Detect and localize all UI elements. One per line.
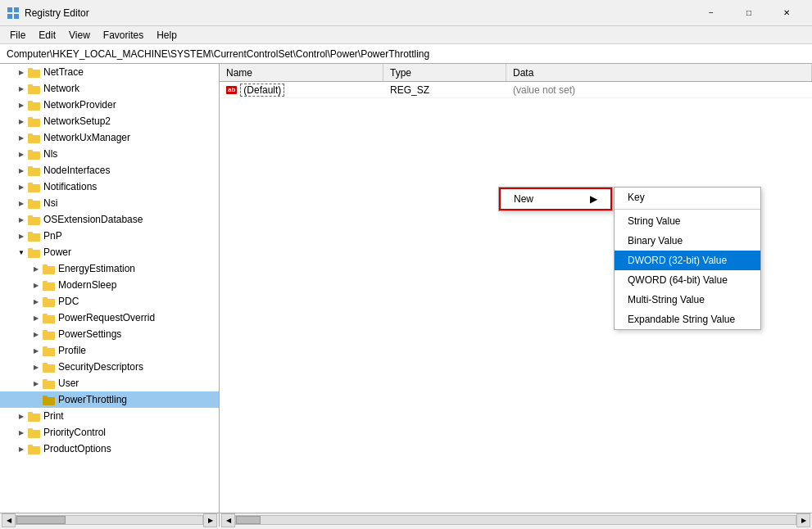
tree-scroll-track[interactable]	[16, 515, 203, 525]
tree-label-modernsleep: ModernSleep	[58, 279, 116, 291]
tree-item-networkprovider[interactable]: ▶ NetworkProvider	[0, 97, 219, 113]
svg-rect-19	[28, 183, 33, 185]
tree-arrow-powerthrottling[interactable]	[29, 393, 43, 406]
right-scroll-left-arrow[interactable]: ◀	[221, 513, 235, 527]
svg-rect-50	[28, 446, 40, 454]
col-type-header[interactable]: Type	[383, 64, 506, 81]
tree-item-nsi[interactable]: ▶ Nsi	[0, 195, 219, 211]
right-scroll-track[interactable]	[235, 515, 796, 525]
tree-arrow-nls[interactable]: ▶	[15, 147, 28, 161]
table-row[interactable]: ab (Default) REG_SZ (value not set)	[220, 82, 812, 98]
tree-arrow-networkprovider[interactable]: ▶	[15, 98, 28, 111]
menu-favorites[interactable]: Favorites	[97, 28, 150, 43]
tree-item-print[interactable]: ▶ Print	[0, 408, 219, 424]
tree-item-pdc[interactable]: ▶ PDC	[0, 293, 219, 310]
tree-arrow-powersettings[interactable]: ▶	[29, 328, 43, 341]
svg-rect-46	[28, 414, 40, 422]
menu-view[interactable]: View	[62, 28, 97, 43]
tree-arrow-productoptions[interactable]: ▶	[15, 442, 28, 455]
tree-scroll-thumb[interactable]	[16, 516, 66, 524]
tree-arrow-network[interactable]: ▶	[15, 82, 28, 95]
tree-item-networkuxmanager[interactable]: ▶ NetworkUxManager	[0, 129, 219, 146]
tree-arrow-pdc[interactable]: ▶	[29, 295, 43, 308]
submenu-item-multistring[interactable]: Multi-String Value	[615, 290, 760, 310]
tree-arrow-energyestimation[interactable]: ▶	[29, 262, 43, 275]
scroll-right-arrow[interactable]: ▶	[203, 513, 217, 527]
svg-rect-20	[28, 201, 40, 209]
tree-item-powerrequestoverride[interactable]: ▶ PowerRequestOverrid	[0, 310, 219, 326]
submenu-item-expandable[interactable]: Expandable String Value	[615, 310, 760, 329]
submenu-item-string[interactable]: String Value	[615, 211, 760, 231]
menu-edit[interactable]: Edit	[32, 28, 62, 43]
tree-arrow-print[interactable]: ▶	[15, 409, 28, 423]
tree-arrow-prioritycontrol[interactable]: ▶	[15, 426, 28, 439]
tree-label-user: User	[58, 378, 79, 389]
submenu-item-binary[interactable]: Binary Value	[615, 231, 760, 251]
submenu-item-dword[interactable]: DWORD (32-bit) Value	[615, 251, 760, 270]
menu-help[interactable]: Help	[150, 28, 184, 43]
tree-item-osextensiondatabase[interactable]: ▶ OSExtensionDatabase	[0, 211, 219, 228]
tree-item-power[interactable]: ▼ Power	[0, 244, 219, 260]
tree-item-profile[interactable]: ▶ Profile	[0, 342, 219, 359]
svg-rect-31	[43, 281, 48, 283]
tree-label-nodeinterfaces: NodeInterfaces	[43, 165, 110, 176]
new-menu-item[interactable]: New ▶	[499, 188, 612, 210]
tree-item-powersettings[interactable]: ▶ PowerSettings	[0, 326, 219, 342]
tree-arrow-securitydescriptors[interactable]: ▶	[29, 360, 43, 373]
tree-label-print: Print	[43, 410, 64, 422]
tree-arrow-powerrequestoverride[interactable]: ▶	[29, 311, 43, 324]
tree-item-networksetup2[interactable]: ▶ NetworkSetup2	[0, 113, 219, 129]
tree-item-nls[interactable]: ▶ Nls	[0, 146, 219, 162]
tree-item-energyestimation[interactable]: ▶ EnergyEstimation	[0, 260, 219, 277]
submenu-item-qword[interactable]: QWORD (64-bit) Value	[615, 270, 760, 290]
menu-file[interactable]: File	[3, 28, 32, 43]
svg-rect-29	[43, 264, 48, 267]
tree-item-network[interactable]: ▶ Network	[0, 80, 219, 97]
tree-arrow-nsi[interactable]: ▶	[15, 197, 28, 210]
tree-content[interactable]: ▶ NetTrace▶ Network▶ NetworkProvider▶ Ne…	[0, 64, 219, 513]
tree-arrow-user[interactable]: ▶	[29, 377, 43, 390]
tree-item-pnp[interactable]: ▶ PnP	[0, 228, 219, 244]
tree-item-notifications[interactable]: ▶ Notifications	[0, 179, 219, 195]
tree-arrow-notifications[interactable]: ▶	[15, 180, 28, 193]
tree-item-powerthrottling[interactable]: PowerThrottling	[0, 391, 219, 408]
table-header: Name Type Data	[220, 64, 812, 82]
col-data-header[interactable]: Data	[506, 64, 812, 81]
svg-rect-6	[28, 86, 40, 94]
tree-scrollbar[interactable]: ◀ ▶	[0, 513, 220, 527]
svg-rect-15	[28, 150, 33, 152]
tree-item-nodeinterfaces[interactable]: ▶ NodeInterfaces	[0, 162, 219, 179]
tree-label-powerrequestoverride: PowerRequestOverrid	[58, 312, 155, 323]
right-scroll-thumb[interactable]	[236, 516, 261, 524]
col-name-header[interactable]: Name	[220, 64, 383, 81]
app-title: Registry Editor	[25, 7, 692, 19]
tree-arrow-nettrace[interactable]: ▶	[15, 66, 28, 79]
tree-item-modernsleep[interactable]: ▶ ModernSleep	[0, 277, 219, 293]
tree-item-productoptions[interactable]: ▶ ProductOptions	[0, 441, 219, 457]
right-scroll-right-arrow[interactable]: ▶	[796, 513, 810, 527]
tree-arrow-nodeinterfaces[interactable]: ▶	[15, 164, 28, 177]
svg-rect-34	[43, 315, 55, 323]
submenu-item-key[interactable]: Key	[615, 188, 760, 207]
tree-item-securitydescriptors[interactable]: ▶ SecurityDescriptors	[0, 359, 219, 375]
tree-arrow-power[interactable]: ▼	[15, 246, 28, 259]
svg-rect-17	[28, 166, 33, 169]
tree-arrow-modernsleep[interactable]: ▶	[29, 278, 43, 292]
tree-arrow-networkuxmanager[interactable]: ▶	[15, 131, 28, 144]
minimize-button[interactable]: −	[692, 0, 730, 26]
cell-data: (value not set)	[506, 84, 812, 96]
tree-arrow-osextensiondatabase[interactable]: ▶	[15, 213, 28, 226]
tree-arrow-pnp[interactable]: ▶	[15, 229, 28, 242]
tree-item-prioritycontrol[interactable]: ▶ PriorityControl	[0, 424, 219, 441]
folder-icon-energyestimation	[43, 264, 56, 274]
tree-item-nettrace[interactable]: ▶ NetTrace	[0, 64, 219, 80]
svg-rect-22	[28, 217, 40, 225]
right-scrollbar[interactable]: ◀ ▶	[220, 513, 812, 527]
tree-arrow-networksetup2[interactable]: ▶	[15, 115, 28, 128]
close-button[interactable]: ✕	[768, 0, 805, 26]
svg-rect-2	[7, 14, 12, 19]
maximize-button[interactable]: □	[730, 0, 768, 26]
tree-item-user[interactable]: ▶ User	[0, 375, 219, 391]
scroll-left-arrow[interactable]: ◀	[2, 513, 16, 527]
tree-arrow-profile[interactable]: ▶	[29, 344, 43, 357]
